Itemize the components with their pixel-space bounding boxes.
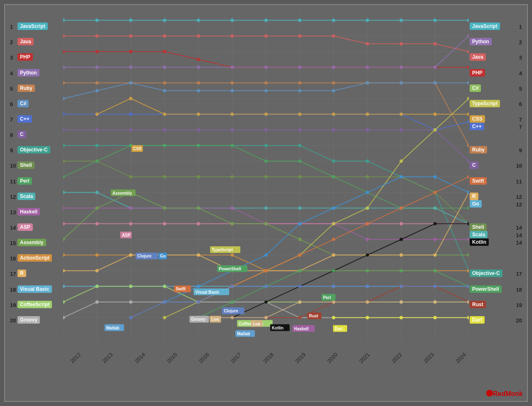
svg-point-61 (129, 50, 133, 53)
svg-point-299 (366, 206, 369, 210)
right-language-label: C++ (470, 123, 484, 130)
svg-point-376 (264, 285, 268, 288)
svg-point-374 (197, 300, 200, 304)
svg-point-168 (231, 144, 234, 147)
svg-point-40 (298, 19, 301, 22)
svg-point-229 (95, 253, 99, 257)
left-language-label: JavaScript (17, 22, 48, 30)
svg-point-267 (63, 300, 65, 304)
svg-point-378 (332, 285, 335, 288)
x-axis-label: 2024 (454, 352, 467, 364)
x-axis-label: 2013 (101, 352, 114, 364)
svg-point-326 (366, 253, 369, 257)
right-language-label: C (470, 161, 478, 169)
svg-point-131 (298, 128, 301, 131)
svg-point-102 (197, 89, 200, 92)
svg-point-254 (63, 285, 65, 288)
svg-text:Go: Go (160, 254, 166, 258)
svg-point-241 (63, 269, 65, 272)
svg-point-167 (197, 144, 200, 147)
left-language-label: Assembly (17, 239, 46, 246)
svg-point-194 (231, 206, 234, 210)
svg-point-216 (95, 206, 99, 210)
svg-point-268 (95, 285, 99, 288)
svg-point-307 (298, 222, 301, 225)
right-language-label: PHP (470, 69, 485, 77)
svg-point-352 (129, 97, 133, 100)
right-rank-number: 20 (516, 317, 522, 324)
svg-point-134 (399, 128, 403, 131)
svg-point-169 (264, 159, 268, 163)
right-language-label: C# (470, 84, 481, 92)
right-language-label: Python (470, 38, 492, 45)
svg-text:Swift: Swift (176, 287, 186, 291)
right-language-label: TypeScript (470, 100, 500, 107)
svg-point-43 (399, 19, 403, 22)
svg-point-251 (399, 253, 403, 257)
x-axis-label: 2020 (326, 352, 339, 364)
svg-point-74 (129, 66, 133, 69)
svg-point-182 (264, 206, 268, 210)
svg-point-59 (63, 50, 65, 53)
right-language-label: R (470, 193, 478, 200)
svg-point-315 (264, 269, 268, 272)
svg-point-82 (399, 66, 403, 69)
svg-point-365 (264, 316, 268, 319)
left-language-label: Visual Basic (17, 285, 52, 293)
svg-point-243 (129, 253, 133, 257)
left-language-label: Objective-C (17, 146, 50, 153)
svg-point-91 (264, 81, 268, 84)
svg-point-282 (129, 300, 133, 304)
svg-point-159 (366, 175, 369, 178)
left-language-label: ASP (17, 223, 33, 231)
svg-point-98 (63, 97, 65, 100)
svg-text:Assembly: Assembly (113, 191, 132, 195)
svg-point-377 (298, 285, 301, 288)
svg-point-56 (399, 42, 403, 45)
right-rank-number: 3 (519, 54, 522, 61)
svg-point-317 (332, 238, 335, 241)
svg-point-353 (163, 112, 166, 116)
chart-container: 1JavaScript2Java3PHP4Python5Ruby6C#7C++8… (4, 4, 528, 402)
left-language-label: ActionScript (17, 254, 52, 262)
svg-point-62 (163, 50, 166, 53)
svg-point-370 (433, 300, 437, 304)
right-rank-number: 12 (516, 201, 522, 208)
svg-point-105 (298, 89, 301, 92)
svg-point-39 (264, 19, 268, 22)
right-language-label: Rust (470, 301, 486, 308)
svg-point-77 (231, 66, 234, 69)
svg-point-101 (163, 89, 166, 92)
svg-point-156 (264, 175, 268, 178)
svg-text:Kotlin: Kotlin (272, 326, 283, 330)
svg-point-83 (433, 66, 437, 69)
svg-point-75 (163, 66, 166, 69)
left-language-label: C# (17, 100, 29, 107)
svg-point-137 (63, 144, 65, 147)
right-rank-number: 1 (519, 24, 522, 30)
svg-point-252 (433, 253, 437, 257)
svg-point-37 (197, 19, 200, 22)
right-rank-number: 9 (519, 147, 522, 153)
right-language-label: Dart (470, 316, 485, 324)
svg-point-309 (366, 191, 369, 194)
svg-point-73 (95, 66, 99, 69)
left-language-label: Shell (17, 161, 34, 169)
svg-point-41 (332, 19, 335, 22)
svg-point-245 (197, 253, 200, 257)
right-rank-number: 10 (516, 163, 522, 169)
right-language-label: CSS (470, 115, 485, 123)
svg-point-293 (163, 316, 166, 319)
svg-point-191 (129, 206, 133, 210)
svg-point-52 (264, 34, 268, 37)
right-language-label: Java (470, 53, 486, 61)
svg-point-93 (332, 81, 335, 84)
left-rank-number: 6 (10, 101, 13, 107)
svg-point-157 (298, 175, 301, 178)
svg-point-48 (129, 34, 133, 37)
redmonk-logo: 🅘RedMonk (486, 390, 523, 398)
left-language-label: C++ (17, 115, 32, 123)
svg-point-92 (298, 81, 301, 84)
svg-point-63 (197, 58, 200, 61)
svg-text:Haskell: Haskell (294, 327, 309, 331)
